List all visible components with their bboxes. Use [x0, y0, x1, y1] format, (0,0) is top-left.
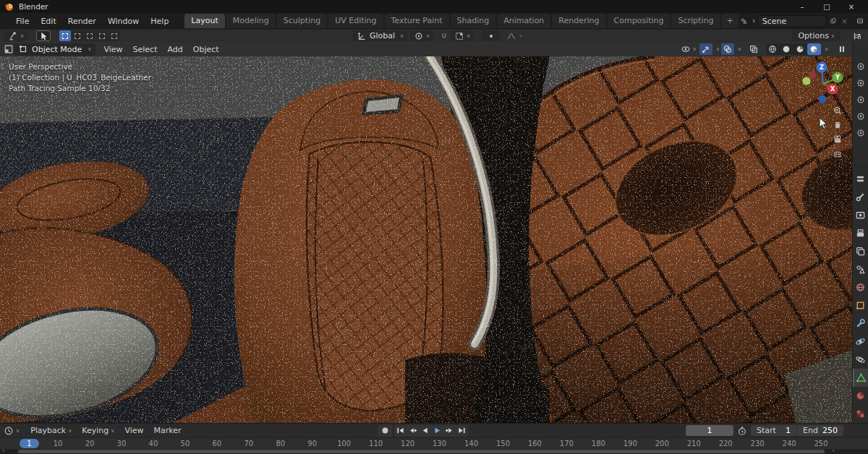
play-button[interactable] — [431, 425, 443, 437]
visibility-eye-icon[interactable] — [856, 78, 866, 88]
timeline-scroll-thumb[interactable] — [18, 450, 825, 453]
shading-rendered-button[interactable] — [807, 43, 821, 55]
scroll-right-chevron-icon[interactable]: ‹ — [832, 447, 835, 454]
properties-tab-physics[interactable] — [853, 333, 868, 351]
viewport-3d[interactable]: Object Mode ∨ ViewSelectAddObject ∨ ∨ ∨ … — [0, 42, 852, 423]
timeline-ruler[interactable]: 1 10203040506070809010011012013014015016… — [0, 437, 868, 449]
frame-tick-40[interactable]: 40 — [143, 440, 163, 447]
mode-dropdown[interactable]: Object Mode ∨ — [14, 43, 95, 56]
properties-tab-constraints[interactable] — [853, 351, 868, 369]
jump-end-button[interactable] — [456, 425, 468, 437]
select-mode-extend[interactable] — [72, 30, 83, 41]
frame-tick-190[interactable]: 190 — [620, 440, 640, 447]
prev-keyframe-button[interactable] — [407, 425, 419, 437]
shading-solid-button[interactable] — [780, 43, 793, 55]
tab-scripting[interactable]: Scripting — [671, 14, 720, 28]
pause-button[interactable] — [835, 43, 848, 55]
frame-tick-140[interactable]: 140 — [461, 440, 482, 447]
frame-tick-230[interactable]: 230 — [747, 440, 767, 447]
timeline-menu-keying[interactable]: Keying∨ — [77, 424, 119, 437]
frame-tick-30[interactable]: 30 — [111, 440, 132, 447]
frame-tick-50[interactable]: 50 — [175, 440, 195, 447]
frame-tick-80[interactable]: 80 — [271, 440, 291, 447]
frame-tick-110[interactable]: 110 — [366, 440, 386, 447]
properties-tab-view-layer[interactable] — [853, 242, 868, 260]
editor-type-button[interactable]: ∨ — [4, 30, 27, 41]
add-workspace-button[interactable]: + — [721, 14, 738, 28]
play-reverse-button[interactable] — [419, 425, 431, 437]
outliner-editor-icon[interactable] — [852, 31, 862, 41]
preview-range-icon[interactable] — [737, 426, 747, 436]
scene-chevron-icon[interactable]: ∨ — [752, 18, 756, 24]
menu-file[interactable]: File — [10, 15, 35, 27]
visibility-eye-icon[interactable] — [856, 95, 866, 105]
frame-tick-90[interactable]: 90 — [302, 440, 323, 447]
record-button[interactable] — [378, 425, 392, 437]
frame-tick-240[interactable]: 240 — [779, 440, 799, 447]
frame-tick-220[interactable]: 220 — [715, 440, 736, 447]
overlays-dropdown-icon[interactable]: ∨ — [738, 46, 741, 52]
options-dropdown[interactable]: Options∨ — [792, 30, 841, 41]
menu-edit[interactable]: Edit — [35, 15, 61, 27]
frame-start-field[interactable]: Start1 — [751, 425, 797, 436]
viewport-menu-add[interactable]: Add — [162, 43, 187, 56]
timeline-menu-playback[interactable]: Playback∨ — [25, 424, 77, 437]
frame-tick-130[interactable]: 130 — [430, 440, 450, 447]
pivot-point-dropdown[interactable]: ∨ — [410, 30, 433, 41]
transform-orientation-dropdown[interactable]: Global ∨ — [353, 30, 407, 41]
jump-start-button[interactable] — [394, 425, 407, 437]
properties-tab-modifiers[interactable] — [853, 314, 868, 333]
camera-view-icon[interactable] — [833, 134, 843, 145]
frame-tick-210[interactable]: 210 — [684, 440, 704, 447]
move-view-icon[interactable] — [833, 120, 843, 130]
zoom-tool-icon[interactable] — [833, 106, 843, 116]
unlink-scene-icon[interactable]: × — [840, 15, 849, 27]
shading-material-button[interactable] — [793, 43, 807, 55]
scene-name-field[interactable]: Scene — [757, 15, 827, 27]
properties-tab-texture[interactable] — [853, 405, 868, 423]
tab-compositing[interactable]: Compositing — [608, 14, 671, 28]
shading-wireframe-button[interactable] — [766, 43, 780, 55]
select-mode-subtract[interactable] — [84, 30, 95, 41]
select-mode-intersect[interactable] — [109, 30, 120, 41]
tab-animation[interactable]: Animation — [497, 14, 550, 28]
frame-tick-160[interactable]: 160 — [524, 440, 545, 447]
properties-tab-scene[interactable] — [853, 260, 868, 278]
frame-tick-200[interactable]: 200 — [652, 440, 672, 447]
viewport-editor-type-icon[interactable] — [4, 44, 14, 54]
new-scene-icon[interactable] — [828, 16, 838, 26]
toggle-perspective-icon[interactable] — [833, 149, 843, 159]
tab-modeling[interactable]: Modeling — [226, 14, 276, 28]
close-button[interactable]: × — [839, 0, 864, 13]
snap-target-dropdown[interactable]: ∨ — [451, 30, 474, 41]
timeline-menu-view[interactable]: View — [119, 424, 148, 437]
xray-toggle[interactable] — [747, 43, 760, 55]
tab-texture-paint[interactable]: Texture Paint — [385, 14, 449, 28]
viewport-canvas[interactable] — [0, 56, 852, 423]
falloff-dropdown[interactable]: ∨ — [503, 30, 526, 41]
menu-window[interactable]: Window — [102, 15, 145, 27]
frame-tick-180[interactable]: 180 — [588, 440, 608, 447]
toolbar-expand-icon[interactable]: › — [1, 61, 4, 69]
viewport-menu-view[interactable]: View — [98, 43, 127, 56]
frame-tick-250[interactable]: 250 — [811, 440, 831, 447]
scroll-left-chevron-icon[interactable]: › — [2, 447, 5, 454]
timeline-editor-chevron-icon[interactable]: ∨ — [16, 428, 20, 434]
minimize-button[interactable]: – — [790, 0, 814, 13]
properties-tab-object-data[interactable] — [853, 369, 868, 387]
frame-tick-150[interactable]: 150 — [493, 440, 513, 447]
menu-render[interactable]: Render — [62, 15, 102, 27]
show-gizmo-toggle[interactable] — [699, 43, 712, 55]
object-visibility-dropdown[interactable]: ∨ — [679, 43, 698, 55]
view-layer-browse-icon[interactable] — [855, 16, 865, 26]
properties-tab-object[interactable] — [853, 296, 868, 314]
timeline-menu-marker[interactable]: Marker — [149, 424, 187, 437]
properties-tab-world[interactable] — [853, 278, 868, 296]
menu-help[interactable]: Help — [145, 15, 174, 27]
viewport-menu-select[interactable]: Select — [128, 43, 163, 56]
maximize-button[interactable]: □ — [814, 0, 839, 13]
frame-tick-60[interactable]: 60 — [207, 440, 227, 447]
properties-tab-output[interactable] — [853, 224, 868, 242]
tab-layout[interactable]: Layout — [184, 14, 224, 28]
viewport-menu-object[interactable]: Object — [188, 43, 224, 56]
